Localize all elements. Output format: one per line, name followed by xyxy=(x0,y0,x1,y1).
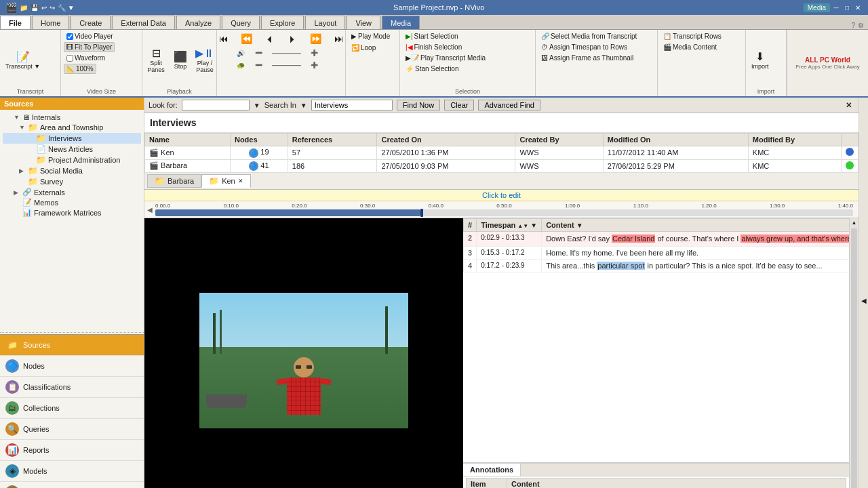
vol-up[interactable]: ➕ xyxy=(304,47,326,58)
col-created-by: Created By xyxy=(515,134,603,146)
video-display xyxy=(199,293,408,428)
window-title: Sample Project.nvp - NVivo xyxy=(75,3,804,12)
tab-external-data[interactable]: External Data xyxy=(112,16,175,29)
rewind-start-button[interactable]: ⏮ xyxy=(213,31,235,46)
video-player-checkbox[interactable]: Video Player xyxy=(64,31,116,41)
tree-item-area-and-township[interactable]: ▼ 📁 Area and Township xyxy=(3,122,141,133)
tab-ken-close[interactable]: ✕ xyxy=(238,178,243,184)
play-mode-button[interactable]: ▶Play Mode xyxy=(349,31,393,41)
rewind-button[interactable]: ⏪ xyxy=(236,31,258,46)
import-button[interactable]: ⬇ Import xyxy=(749,48,772,72)
barbara-dot xyxy=(846,161,854,169)
nav-item-classifications[interactable]: 📋 Classifications xyxy=(0,377,144,398)
stan-selection-button[interactable]: ⚡ Stan Selection xyxy=(403,64,462,74)
tab-home[interactable]: Home xyxy=(32,16,69,29)
col-name: Name xyxy=(145,134,231,146)
finish-selection-button[interactable]: |◀ Finish Selection xyxy=(403,42,465,52)
forward-button[interactable]: ⏩ xyxy=(305,31,327,46)
tree-item-internals[interactable]: ▼ 🖥 Internals xyxy=(3,113,141,122)
sources-pane-title: Interviews xyxy=(144,113,859,133)
tab-layout[interactable]: Layout xyxy=(305,16,345,29)
sources-title-label: Sources xyxy=(4,100,33,108)
clear-button[interactable]: Clear xyxy=(444,100,474,110)
assign-frame-as-thumbnail-button[interactable]: 🖼Assign Frame as Thumbnail xyxy=(538,53,636,63)
search-in-input[interactable] xyxy=(311,100,393,110)
tab-barbara[interactable]: 📁 Barbara xyxy=(147,174,201,188)
transcript-row-2[interactable]: 2 0:02.9 - 0:13.3 Down East? I'd say Ced… xyxy=(464,232,850,247)
tab-query[interactable]: Query xyxy=(222,16,260,29)
nav-item-reports[interactable]: 📊 Reports xyxy=(0,440,144,461)
tree-item-survey[interactable]: 📁 Survey xyxy=(3,176,141,187)
col-modified-by: Modified By xyxy=(748,134,841,146)
close-button[interactable]: ✕ xyxy=(853,3,863,12)
timeline-thumb[interactable] xyxy=(420,209,423,217)
minimize-button[interactable]: ─ xyxy=(831,3,841,12)
tree-item-framework-matrices[interactable]: 📊 Framework Matrices xyxy=(3,207,141,218)
assign-timespan-to-rows-button[interactable]: ⏱Assign Timespan to Rows xyxy=(538,42,630,52)
col-created-on: Created On xyxy=(377,134,515,146)
tab-explore[interactable]: Explore xyxy=(261,16,304,29)
col-references: References xyxy=(288,134,377,146)
speed-up[interactable]: ➕ xyxy=(304,60,326,70)
transcript-panel: # Timespan ▲▼ ▼ Content ▼ xyxy=(463,218,849,488)
look-for-input[interactable] xyxy=(182,100,250,110)
loop-button[interactable]: 🔁 Loop xyxy=(349,43,378,53)
nav-item-collections[interactable]: 🗂 Collections xyxy=(0,398,144,419)
speed-down[interactable]: ➖ xyxy=(248,60,269,70)
start-selection-button[interactable]: ▶| Start Selection xyxy=(403,31,461,41)
tab-media[interactable]: Media xyxy=(382,16,420,29)
click-to-edit-bar[interactable]: Click to edit xyxy=(144,190,859,201)
tree-item-externals[interactable]: ▶ 🔗 Externals xyxy=(3,187,141,197)
fit-to-player-button[interactable]: 🎞Fit To Player xyxy=(64,42,115,52)
tree-item-interviews[interactable]: 📁 Interviews xyxy=(3,133,141,144)
nav-item-folders[interactable]: 📂 Folders xyxy=(0,482,144,488)
scroll-bar[interactable]: ▲ ▼ xyxy=(849,218,859,488)
ann-col-item: Item xyxy=(467,479,507,489)
stop-button[interactable]: ⬛ Stop xyxy=(170,48,191,72)
tab-view[interactable]: View xyxy=(347,16,380,29)
tab-ken[interactable]: 📁 Ken ✕ xyxy=(201,174,251,188)
tree-item-memos[interactable]: 📝 Memos xyxy=(3,197,141,207)
tree-item-social-media[interactable]: ▶ 📁 Social Media xyxy=(3,165,141,176)
transcript-table-scroll[interactable]: # Timespan ▲▼ ▼ Content ▼ xyxy=(463,218,849,462)
transcript-dropdown[interactable]: 📝 Transcript ▼ xyxy=(3,48,43,72)
nav-item-queries[interactable]: 🔍 Queries xyxy=(0,419,144,440)
play-transcript-media-button[interactable]: ▶📝 Play Transcript Media xyxy=(403,53,488,63)
sidebar-expand-button[interactable]: ◀ xyxy=(859,98,868,488)
advanced-find-button[interactable]: Advanced Find xyxy=(478,100,540,110)
nav-item-models[interactable]: ◈ Models xyxy=(0,461,144,482)
next-button[interactable]: ⏵ xyxy=(282,31,304,46)
tab-create[interactable]: Create xyxy=(71,16,111,29)
col-nodes: Nodes xyxy=(230,134,288,146)
nav-item-nodes[interactable]: 🔷 Nodes xyxy=(0,356,144,377)
play-pause-button[interactable]: ▶⏸ Play / Pause xyxy=(194,45,216,75)
barbara-nodes-icon: 🔷 xyxy=(249,161,258,171)
search-close-button[interactable]: ✕ xyxy=(843,101,854,110)
vol-down[interactable]: ➖ xyxy=(248,47,269,58)
tab-analyze[interactable]: Analyze xyxy=(176,16,220,29)
tree-item-project-admin[interactable]: 📁 Project Administration xyxy=(3,155,141,165)
transcript-row-3[interactable]: 3 0:15.3 - 0:17.2 Home. It's my home. I'… xyxy=(464,247,850,260)
ken-dot xyxy=(846,148,854,156)
table-row[interactable]: 🎬 Barbara 🔷 41 186 27/05/2010 9:03 PM WW… xyxy=(145,159,859,173)
find-now-button[interactable]: Find Now xyxy=(397,100,440,110)
select-media-from-transcript-button[interactable]: 🔗Select Media from Transcript xyxy=(538,31,639,41)
pct100-button[interactable]: 📐 100% xyxy=(64,64,96,74)
waveform-checkbox[interactable]: Waveform xyxy=(64,53,108,63)
nav-item-sources[interactable]: 📁 Sources xyxy=(0,335,144,356)
col-modified-on: Modified On xyxy=(603,134,748,146)
transcript-row-4[interactable]: 4 0:17.2 - 0:23.9 This area...this parti… xyxy=(464,260,850,272)
maximize-button[interactable]: □ xyxy=(842,3,852,12)
media-content-button[interactable]: 🎬Media Content xyxy=(660,42,719,52)
sidebar-tree: ▼ 🖥 Internals ▼ 📁 Area and Township 📁 In… xyxy=(0,110,144,331)
col-num: # xyxy=(464,219,477,232)
tree-item-news-articles[interactable]: 📄 News Articles xyxy=(3,144,141,155)
prev-button[interactable]: ⏴ xyxy=(259,31,281,46)
split-panes-button[interactable]: ⊟ Split Panes xyxy=(145,45,167,75)
look-for-label: Look for: xyxy=(149,101,178,109)
annotations-tab[interactable]: Annotations xyxy=(463,464,521,476)
timeline-progress[interactable] xyxy=(155,209,420,216)
table-row[interactable]: 🎬 Ken 🔷 19 57 27/05/2010 1:36 PM WWS 11/… xyxy=(145,146,859,160)
transcript-rows-button[interactable]: 📋Transcript Rows xyxy=(660,31,724,41)
tab-file[interactable]: File xyxy=(0,16,31,29)
